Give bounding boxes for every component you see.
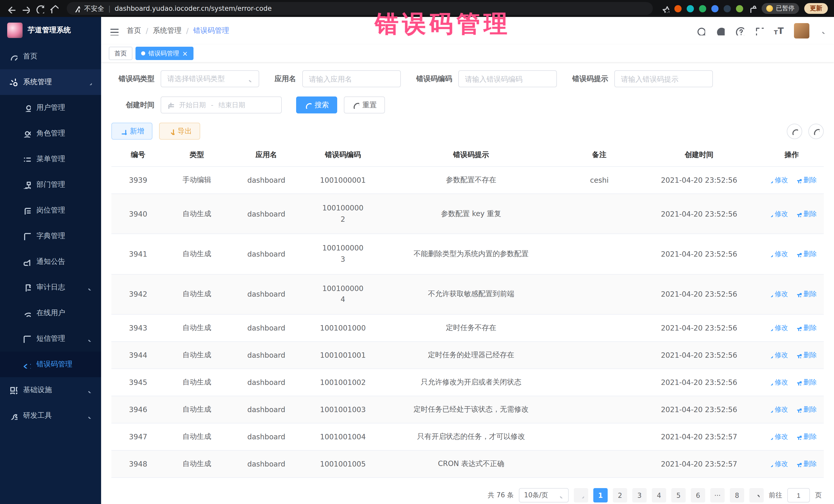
edit-link[interactable]: 修改 — [767, 405, 788, 414]
date-separator: - — [211, 101, 213, 109]
navbar-actions: TT — [696, 23, 826, 39]
close-icon[interactable]: × — [182, 50, 188, 57]
edit-link[interactable]: 修改 — [767, 290, 788, 299]
page-ellipsis[interactable]: ··· — [710, 488, 725, 502]
help-icon[interactable] — [735, 26, 744, 36]
user-avatar[interactable] — [794, 23, 809, 39]
edit-link[interactable]: 修改 — [767, 249, 788, 259]
page-button[interactable]: 3 — [632, 488, 647, 502]
page-button[interactable]: 1 — [593, 488, 608, 502]
page-button[interactable]: 6 — [691, 488, 705, 502]
home-icon[interactable] — [49, 4, 59, 13]
fullscreen-icon[interactable] — [754, 26, 764, 36]
reset-button[interactable]: 重置 — [344, 96, 385, 113]
delete-link[interactable]: 删除 — [795, 290, 817, 299]
error-code-input[interactable] — [465, 75, 550, 83]
pencil-icon — [767, 352, 773, 358]
sidebar-item-error-codes[interactable]: 错误码管理 — [0, 352, 101, 377]
font-size-icon[interactable]: TT — [774, 26, 784, 35]
delete-link[interactable]: 删除 — [795, 209, 817, 218]
delete-link[interactable]: 删除 — [795, 351, 817, 360]
delete-link[interactable]: 删除 — [795, 249, 817, 259]
sidebar-item-online-users[interactable]: 在线用户 — [0, 300, 101, 326]
add-button[interactable]: 新增 — [111, 123, 152, 139]
extension-icon[interactable] — [724, 5, 731, 12]
edit-link[interactable]: 修改 — [767, 176, 788, 185]
book-icon — [23, 232, 31, 240]
edit-link[interactable]: 修改 — [767, 351, 788, 360]
sidebar-item-audit-logs[interactable]: 审计日志 — [0, 275, 101, 300]
cell-error-message: 只允许修改为开启或者关闭状态 — [382, 369, 560, 396]
delete-link[interactable]: 删除 — [795, 323, 817, 333]
search-button[interactable]: 搜索 — [296, 96, 337, 113]
app-title: 芋道管理系统 — [28, 26, 71, 35]
browser-update-button[interactable]: 更新 — [804, 3, 828, 14]
search-toggle-button[interactable] — [787, 124, 802, 139]
back-icon[interactable] — [6, 4, 15, 13]
delete-link[interactable]: 删除 — [795, 459, 817, 468]
extension-icon[interactable] — [699, 5, 706, 12]
github-icon[interactable] — [716, 26, 725, 36]
paused-profile-badge[interactable]: 已暂停 — [762, 3, 799, 14]
extensions-puzzle-icon[interactable] — [748, 4, 756, 13]
breadcrumb-home[interactable]: 首页 — [127, 26, 141, 36]
extension-icon[interactable] — [674, 5, 682, 12]
sidebar-item-menus[interactable]: 菜单管理 — [0, 146, 101, 172]
delete-link[interactable]: 删除 — [795, 378, 817, 387]
delete-link[interactable]: 删除 — [795, 176, 817, 185]
tab-home[interactable]: 首页 — [109, 47, 132, 60]
export-button[interactable]: 导出 — [159, 123, 200, 139]
user-icon — [23, 104, 31, 112]
edit-link[interactable]: 修改 — [767, 209, 788, 218]
app-name-input[interactable] — [309, 75, 394, 83]
reload-icon[interactable] — [35, 4, 44, 13]
sidebar-item-users[interactable]: 用户管理 — [0, 95, 101, 120]
goto-page-input[interactable] — [787, 488, 810, 502]
sidebar-item-system[interactable]: 系统管理 — [0, 69, 101, 95]
page-button[interactable]: 5 — [671, 488, 686, 502]
extension-icon[interactable] — [736, 5, 743, 12]
sidebar-item-sms[interactable]: 短信管理 — [0, 326, 101, 352]
edit-link[interactable]: 修改 — [767, 432, 788, 441]
address-bar[interactable]: 不安全 | dashboard.yudao.iocoder.cn/system/… — [67, 2, 653, 15]
date-range-picker[interactable]: 开始日期 - 结束日期 — [161, 96, 282, 113]
edit-link[interactable]: 修改 — [767, 378, 788, 387]
sidebar-item-departments[interactable]: 部门管理 — [0, 172, 101, 198]
sidebar-item-notices[interactable]: 通知公告 — [0, 249, 101, 275]
cell-type: 自动生成 — [165, 396, 229, 423]
delete-link[interactable]: 删除 — [795, 405, 817, 414]
cell-error-code: 1001001005 — [304, 451, 382, 478]
tab-error-codes[interactable]: 错误码管理 × — [135, 47, 194, 60]
search-icon[interactable] — [696, 26, 705, 36]
sidebar-item-home[interactable]: 首页 — [0, 44, 101, 69]
delete-link[interactable]: 删除 — [795, 432, 817, 441]
error-type-select[interactable]: 请选择错误码类型 — [161, 70, 259, 87]
gear-icon — [9, 78, 18, 86]
sidebar-collapse-icon[interactable] — [109, 26, 118, 36]
page-button[interactable]: 8 — [730, 488, 744, 502]
edit-link[interactable]: 修改 — [767, 459, 788, 468]
sidebar-item-dev-tools[interactable]: 研发工具 — [0, 403, 101, 429]
chevron-down-icon[interactable] — [820, 28, 826, 34]
sidebar-item-roles[interactable]: 角色管理 — [0, 120, 101, 146]
error-message-input[interactable] — [621, 75, 706, 83]
megaphone-icon — [23, 258, 31, 266]
page-size-select[interactable]: 10条/页 — [519, 488, 569, 502]
breadcrumb-system[interactable]: 系统管理 — [153, 26, 181, 36]
page-button[interactable]: 2 — [613, 488, 627, 502]
extension-icon[interactable] — [687, 5, 694, 12]
refresh-button[interactable] — [808, 124, 824, 139]
forward-icon[interactable] — [21, 4, 30, 13]
cell-error-code: 1001001004 — [304, 423, 382, 451]
sidebar-item-posts[interactable]: 岗位管理 — [0, 198, 101, 223]
edit-link[interactable]: 修改 — [767, 323, 788, 333]
next-page-button[interactable] — [749, 488, 764, 502]
prev-page-button[interactable] — [574, 488, 588, 502]
sidebar-item-infrastructure[interactable]: 基础设施 — [0, 377, 101, 403]
extension-icon[interactable] — [711, 5, 719, 12]
cell-error-code: 1001000002 — [304, 194, 382, 234]
bookmark-star-icon[interactable] — [661, 4, 669, 13]
page-button[interactable]: 4 — [652, 488, 666, 502]
table-row: 3946 自动生成 dashboard 1001001003 定时任务已经处于该… — [111, 396, 824, 423]
sidebar-item-dictionary[interactable]: 字典管理 — [0, 223, 101, 249]
